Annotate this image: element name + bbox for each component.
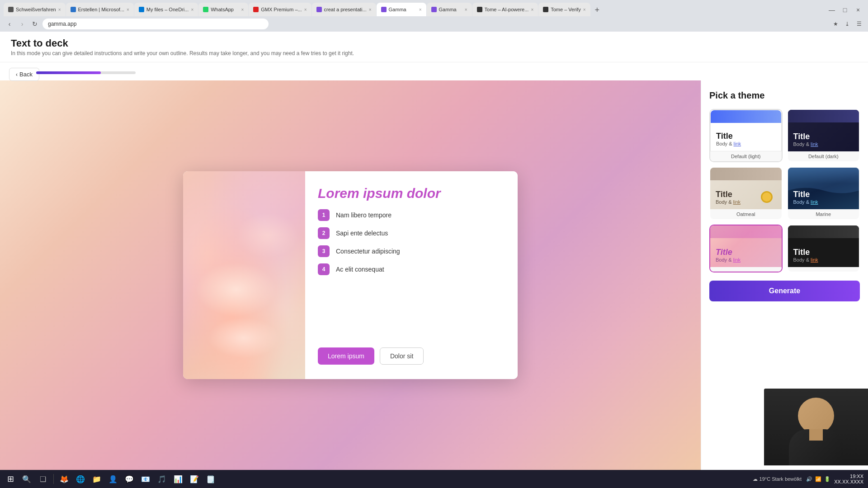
item-num-4: 4 (318, 263, 330, 275)
taskbar-time: 19:XX XX.XX.XXXX (834, 474, 863, 484)
theme-card-warm[interactable]: Title Body & link (709, 225, 783, 272)
slide-image-panel (183, 171, 305, 379)
theme-label-default-light: Default (light) (710, 151, 782, 161)
video-overlay (764, 389, 868, 465)
slide-card: Lorem ipsum dolor 1 Nam libero tempore 2… (183, 171, 518, 379)
theme-title-warm: Title (716, 248, 776, 257)
item-num-3: 3 (318, 245, 330, 257)
slide-body: Lorem ipsum dolor 1 Nam libero tempore 2… (305, 171, 518, 379)
taskbar-icon-6[interactable]: 📧 (138, 471, 153, 487)
taskbar: ⊞ 🔍 ❑ 🦊 🌐 📁 👤 💬 📧 🎵 📊 📝 🗒️ ☁ 19°C Stark … (0, 470, 868, 488)
theme-card-default-dark[interactable]: Title Body & link Default (dark) (787, 109, 860, 162)
browser-action-2[interactable]: ⤓ (843, 19, 852, 28)
taskbar-icon-1[interactable]: 🦊 (57, 471, 72, 487)
theme-title-default-light: Title (716, 131, 776, 141)
new-tab-button[interactable]: + (591, 4, 604, 16)
taskbar-icon-5[interactable]: 💬 (122, 471, 137, 487)
tab-tome-verify[interactable]: Tome – Verify × (538, 3, 590, 16)
taskbar-start[interactable]: ⊞ (3, 471, 18, 487)
app-area: Text to deck In this mode you can give d… (0, 32, 868, 488)
theme-card-dark2[interactable]: Title Body & link (787, 225, 860, 272)
slide-btn-secondary[interactable]: Dolor sit (380, 347, 424, 365)
theme-grid: Title Body & link Default (light) Title … (709, 109, 860, 272)
generate-button[interactable]: Generate (709, 281, 860, 301)
browser-chrome: Schweißverfahren × Erstellen | Microsof.… (0, 0, 868, 32)
theme-label-default-dark: Default (dark) (788, 151, 859, 161)
theme-body-default-light: Body & link (716, 141, 776, 146)
main-content-area: Lorem ipsum dolor 1 Nam libero tempore 2… (0, 80, 701, 470)
theme-label-marine: Marine (788, 209, 859, 219)
nav-forward[interactable]: › (17, 19, 27, 29)
address-bar: ‹ › ↻ gamma.app ★ ⤓ ☰ (0, 16, 868, 32)
window-maximize[interactable]: □ (839, 4, 851, 16)
item-text-1: Nam libero tempore (336, 211, 392, 219)
taskbar-icon-7[interactable]: 🎵 (154, 471, 170, 487)
slide-heading: Lorem ipsum dolor (318, 186, 505, 201)
progress-fill (36, 71, 101, 74)
tab-tome[interactable]: Tome – AI-powere... × (472, 3, 538, 16)
slide-btn-primary[interactable]: Lorem ipsum (318, 347, 374, 365)
taskbar-icon-10[interactable]: 🗒️ (203, 471, 218, 487)
slide-item-4: 4 Ac elit consequat (318, 263, 505, 275)
theme-body-warm: Body & link (716, 257, 776, 263)
item-num-2: 2 (318, 227, 330, 239)
taskbar-system-icons: 🔊 📶 🔋 (806, 476, 830, 482)
item-text-3: Consectetur adipiscing (336, 248, 400, 255)
item-num-1: 1 (318, 209, 330, 221)
tab-erstellen[interactable]: Erstellen | Microsof... × (66, 3, 134, 16)
taskbar-weather: ☁ 19°C Stark bewölkt (753, 476, 802, 482)
tab-creat[interactable]: creat a presentati... × (312, 3, 376, 16)
theme-label-dark2 (788, 267, 859, 272)
theme-label-warm (710, 267, 782, 272)
item-text-4: Ac elit consequat (336, 266, 384, 273)
back-button[interactable]: ‹ Back (9, 68, 39, 81)
slide-item-3: 3 Consectetur adipiscing (318, 245, 505, 257)
taskbar-icon-3[interactable]: 📁 (89, 471, 104, 487)
app-header: Text to deck In this mode you can give d… (0, 32, 868, 62)
slide-item-2: 2 Sapi ente delectus (318, 227, 505, 239)
theme-card-oatmeal[interactable]: Title Body & link Oatmeal (709, 167, 783, 220)
theme-body-default-dark: Body & link (793, 141, 854, 147)
theme-title-default-dark: Title (793, 132, 854, 141)
theme-label-oatmeal: Oatmeal (710, 209, 782, 219)
back-label: Back (19, 71, 33, 78)
browser-action-3[interactable]: ☰ (854, 19, 863, 28)
taskbar-search[interactable]: 🔍 (19, 471, 34, 487)
theme-title-dark2: Title (793, 248, 854, 257)
window-minimize[interactable]: — (826, 4, 838, 16)
item-text-2: Sapi ente delectus (336, 230, 388, 237)
theme-body-dark2: Body & link (793, 257, 854, 263)
tab-schweiss[interactable]: Schweißverfahren × (4, 3, 66, 16)
tab-bar: Schweißverfahren × Erstellen | Microsof.… (0, 0, 868, 16)
slide-item-1: 1 Nam libero tempore (318, 209, 505, 221)
progress-bar (36, 71, 136, 74)
browser-action-1[interactable]: ★ (831, 19, 840, 28)
oatmeal-cursor-indicator (761, 191, 773, 203)
taskbar-task-view[interactable]: ❑ (35, 471, 51, 487)
taskbar-icon-9[interactable]: 📝 (187, 471, 202, 487)
taskbar-icon-4[interactable]: 👤 (105, 471, 121, 487)
taskbar-icon-2[interactable]: 🌐 (73, 471, 88, 487)
nav-reload[interactable]: ↻ (30, 19, 40, 29)
theme-panel-title: Pick a theme (709, 90, 860, 101)
tab-gamma-active[interactable]: Gamma × (377, 3, 426, 16)
taskbar-icon-8[interactable]: 📊 (170, 471, 186, 487)
tab-onedrive[interactable]: My files – OneDri... × (134, 3, 198, 16)
page-subtitle: In this mode you can give detailed instr… (11, 50, 857, 56)
tab-gamma2[interactable]: Gamma × (427, 3, 472, 16)
theme-card-default-light[interactable]: Title Body & link Default (light) (709, 109, 783, 162)
theme-body-marine: Body & link (793, 199, 854, 205)
back-arrow-icon: ‹ (16, 71, 18, 78)
slide-buttons: Lorem ipsum Dolor sit (318, 347, 505, 365)
address-input[interactable]: gamma.app (42, 19, 269, 29)
window-close[interactable]: × (852, 4, 864, 16)
page-title: Text to deck (11, 38, 857, 49)
theme-title-marine: Title (793, 190, 854, 199)
tab-whatsapp[interactable]: WhatsApp × (198, 3, 248, 16)
slide-items-list: 1 Nam libero tempore 2 Sapi ente delectu… (318, 209, 505, 339)
tab-gmx[interactable]: GMX Premium –... × (249, 3, 311, 16)
nav-back[interactable]: ‹ (5, 19, 14, 29)
theme-card-marine[interactable]: Title Body & link Marine (787, 167, 860, 220)
